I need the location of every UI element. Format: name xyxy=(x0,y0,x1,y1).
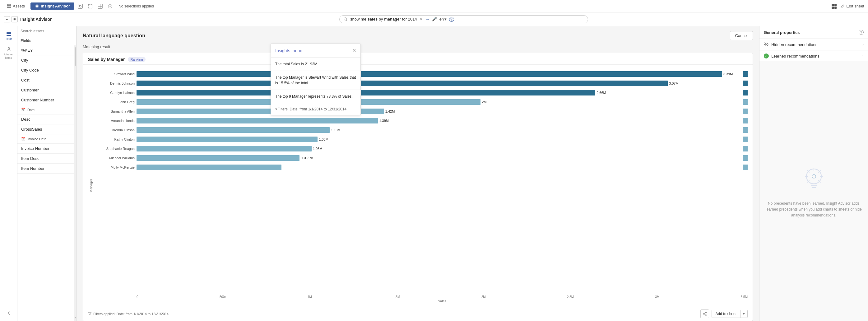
learned-recommendations-section[interactable]: ✓ Learned recommendations › xyxy=(760,51,868,62)
grid-view-icon[interactable] xyxy=(831,3,837,9)
add-to-sheet-button[interactable]: Add to sheet ▾ xyxy=(712,310,748,318)
field-item-customer[interactable]: Customer xyxy=(18,85,74,95)
topbar: Assets Insight Advisor No selections app… xyxy=(0,0,868,12)
insight-advisor-tab[interactable]: Insight Advisor xyxy=(30,2,74,10)
field-item-city-code[interactable]: City Code xyxy=(18,65,74,75)
field-label: Invoice Date xyxy=(27,137,46,141)
right-panel: General properties ? Hidden recommendati… xyxy=(759,26,868,321)
field-label: City xyxy=(21,58,28,63)
search-query-text: show me sales by manager for 2014 xyxy=(350,17,417,22)
hidden-recommendations-row[interactable]: Hidden recommendations › xyxy=(760,39,868,50)
scrollbar-thumb[interactable] xyxy=(75,47,76,66)
fields-search[interactable] xyxy=(18,26,76,36)
sidebar-icons: Fields Master items xyxy=(0,26,18,321)
field-item-gross-sales[interactable]: GrossSales xyxy=(18,124,74,134)
insight-item-2: The top Manager is Stewart Wind with Sal… xyxy=(271,71,361,90)
search-bar[interactable]: show me sales by manager for 2014 ✕ → 🎤 … xyxy=(339,15,588,23)
field-item-customer-number[interactable]: Customer Number xyxy=(18,95,74,105)
chart-title: Sales by Manager xyxy=(88,57,125,62)
bar-container: 3.39M xyxy=(136,71,740,77)
bar-row-9: Stephanie Reagan 1.03M xyxy=(94,144,748,153)
assets-tab[interactable]: Assets xyxy=(4,4,28,8)
field-item-item-desc[interactable]: Item Desc xyxy=(18,154,74,164)
expand-icon[interactable] xyxy=(87,3,94,10)
fields-panel-title: Fields xyxy=(18,36,76,45)
calendar-icon-2: 📅 xyxy=(21,137,26,141)
bar-label: Stewart Wind xyxy=(94,72,135,76)
field-label: Item Number xyxy=(21,166,44,171)
bar-value: 3.39M xyxy=(723,72,733,76)
insights-close-button[interactable]: ✕ xyxy=(352,47,356,54)
section-chevron: › xyxy=(862,54,864,58)
share-icon[interactable] xyxy=(701,310,709,318)
edit-sheet-button[interactable]: Edit sheet xyxy=(840,4,864,8)
insights-header: Insights found ✕ xyxy=(271,44,361,58)
fields-list-container: %KEY City City Code Cost Customer Custom… xyxy=(18,45,76,321)
collapse-icon xyxy=(6,311,11,316)
field-item-invoice-number[interactable]: Invoice Number xyxy=(18,144,74,154)
bar-fill xyxy=(136,146,312,152)
field-item-key[interactable]: %KEY xyxy=(18,45,74,55)
svg-rect-8 xyxy=(98,4,100,6)
bar-container: 2.66M xyxy=(136,90,740,95)
svg-rect-17 xyxy=(834,6,837,9)
bar-container xyxy=(136,165,740,170)
sidebar-collapse-btn[interactable] xyxy=(0,308,17,319)
sidebar-item-master-items[interactable]: Master items xyxy=(0,44,17,62)
field-item-invoice-date[interactable]: 📅 Invoice Date xyxy=(18,134,74,144)
bar-side xyxy=(743,108,748,114)
insight-item-3: The top 9 Manager represents 78.3% of Sa… xyxy=(271,90,361,103)
svg-rect-10 xyxy=(98,6,100,8)
search-submit-icon[interactable]: → xyxy=(426,17,430,22)
bar-side xyxy=(743,165,748,170)
cancel-button[interactable]: Cancel xyxy=(730,31,753,40)
pin-icon[interactable] xyxy=(107,3,114,10)
bar-container: 1.13M xyxy=(136,127,740,133)
field-label: Customer Number xyxy=(21,98,54,102)
field-item-date[interactable]: 📅 Date xyxy=(18,105,74,115)
svg-point-24 xyxy=(703,314,704,315)
chart-footer: Filters applied: Date: from 1/1/2014 to … xyxy=(83,307,753,321)
field-item-cost[interactable]: Cost xyxy=(18,75,74,85)
svg-rect-21 xyxy=(6,35,11,36)
bar-container: 1.39M xyxy=(136,118,740,124)
panel-toggle[interactable]: ≡ ⊞ xyxy=(4,16,18,22)
y-axis-label: Manager xyxy=(89,179,93,192)
bar-row-1: Stewart Wind 3.39M xyxy=(94,70,748,78)
sidebar-item-fields[interactable]: Fields xyxy=(0,29,17,43)
field-item-item-number[interactable]: Item Number xyxy=(18,164,74,173)
bar-row-11: Molly McKenzie xyxy=(94,163,748,172)
topbar-right: Edit sheet xyxy=(831,3,864,9)
help-icon[interactable]: ? xyxy=(859,30,864,35)
scroll-indicator: ▼ xyxy=(74,45,76,321)
svg-point-13 xyxy=(110,6,111,7)
hidden-recommendations-section[interactable]: Hidden recommendations › xyxy=(760,39,868,51)
add-to-sheet-chevron[interactable]: ▾ xyxy=(741,311,747,318)
search-voice-icon[interactable]: 🎤 xyxy=(432,17,437,22)
insight-text: The total Sales is 21.93M. xyxy=(275,62,318,66)
search-assets-input[interactable] xyxy=(21,29,73,33)
svg-point-7 xyxy=(79,5,81,7)
search-clear-icon[interactable]: ✕ xyxy=(420,17,423,22)
field-label: Customer xyxy=(21,88,38,92)
layout-icon[interactable] xyxy=(97,3,103,10)
x-tick: 1.5M xyxy=(393,295,400,299)
svg-point-27 xyxy=(806,169,822,184)
field-item-city[interactable]: City xyxy=(18,55,74,65)
bar-container: 1.05M xyxy=(136,136,740,142)
bar-value: 3.07M xyxy=(669,82,679,85)
section-left: ✓ Learned recommendations xyxy=(764,54,819,59)
search-mode-icon[interactable] xyxy=(77,3,84,10)
field-label: GrossSales xyxy=(21,127,42,132)
bar-side xyxy=(743,81,748,86)
field-label: Cost xyxy=(21,78,30,83)
add-to-sheet-label: Add to sheet xyxy=(712,310,741,318)
field-item-desc[interactable]: Desc xyxy=(18,115,74,124)
search-help-icon[interactable]: ⓘ xyxy=(449,17,454,22)
bar-side xyxy=(743,127,748,133)
learned-recommendations-row[interactable]: ✓ Learned recommendations › xyxy=(760,51,868,62)
svg-point-5 xyxy=(36,5,38,7)
bar-side xyxy=(743,71,748,77)
language-selector[interactable]: en ▾ xyxy=(439,17,446,22)
bar-value: 1.39M xyxy=(379,119,389,123)
